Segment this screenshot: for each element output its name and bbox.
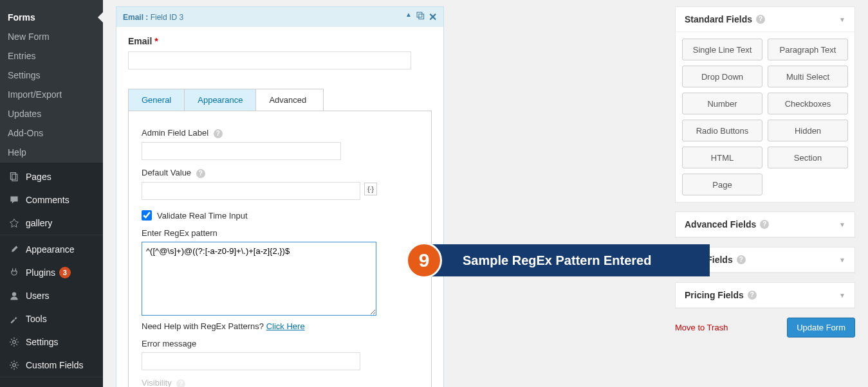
sidebar-item-appearance[interactable]: Appearance xyxy=(0,238,103,261)
wp-logo-bar xyxy=(0,0,103,8)
plug-icon xyxy=(8,266,21,279)
sidebar-item-label: Tools xyxy=(26,314,47,324)
callout-number: 9 xyxy=(406,242,442,278)
help-icon[interactable]: ? xyxy=(756,15,765,24)
chevron-down-icon: ▼ xyxy=(839,256,845,264)
default-value-input[interactable] xyxy=(142,182,360,200)
standard-fields-box: Standard Fields? ▼ Single Line TextParag… xyxy=(675,6,855,203)
svg-point-4 xyxy=(13,364,16,367)
sidebar-item-label: Comments xyxy=(26,195,69,205)
help-icon[interactable]: ? xyxy=(214,129,223,138)
field-preview-label: Email * xyxy=(128,36,432,46)
required-mark: * xyxy=(154,36,158,46)
help-icon[interactable]: ? xyxy=(176,379,185,387)
sidebar: FormsNew FormEntriesSettingsImport/Expor… xyxy=(0,0,103,387)
sidebar-item-updates[interactable]: Updates xyxy=(0,104,103,123)
svg-rect-0 xyxy=(10,173,15,179)
duplicate-icon[interactable] xyxy=(416,11,425,23)
help-icon[interactable]: ? xyxy=(748,291,757,300)
sidebar-item-settings[interactable]: Settings xyxy=(0,330,103,354)
sidebar-item-pages[interactable]: Pages xyxy=(0,165,103,188)
field-btn-page[interactable]: Page xyxy=(682,174,762,195)
regex-textarea[interactable]: ^([^@\s]+)@((?:[-a-z0-9]+\.)+[a-z]{2,})$ xyxy=(142,242,376,316)
chevron-down-icon: ▼ xyxy=(839,292,845,299)
sidebar-item-gallery[interactable]: gallery xyxy=(0,212,103,235)
sidebar-item-label: Plugins xyxy=(26,267,55,278)
callout: 9 Sample RegEx Pattern Entered xyxy=(420,244,710,276)
sidebar-item-new-form[interactable]: New Form xyxy=(0,27,103,46)
field-preview-input[interactable] xyxy=(128,51,411,69)
merge-tag-button[interactable]: {·} xyxy=(364,183,377,195)
collapse-menu[interactable]: Collapse menu xyxy=(0,380,103,387)
svg-rect-7 xyxy=(419,14,424,19)
sidebar-item-tools[interactable]: Tools xyxy=(0,307,103,330)
move-to-trash-link[interactable]: Move to Trash xyxy=(675,323,728,332)
field-btn-drop-down[interactable]: Drop Down xyxy=(682,66,762,87)
validate-checkbox[interactable] xyxy=(142,210,152,221)
error-msg-label: Error message xyxy=(142,339,418,348)
admin-label-input[interactable] xyxy=(142,142,341,160)
panel-title-prefix: Email : xyxy=(123,13,148,22)
chevron-down-icon: ▼ xyxy=(839,16,845,23)
pages-icon xyxy=(8,170,21,183)
brush-icon xyxy=(8,243,21,256)
sidebar-item-label: Users xyxy=(26,291,50,301)
help-icon[interactable]: ? xyxy=(196,169,205,178)
field-btn-hidden[interactable]: Hidden xyxy=(768,120,848,141)
sidebar-item-add-ons[interactable]: Add-Ons xyxy=(0,123,103,143)
sidebar-item-comments[interactable]: Comments xyxy=(0,188,103,212)
comment-icon xyxy=(8,194,21,206)
help-icon[interactable]: ? xyxy=(737,255,746,264)
tab-pane-advanced: Admin Field Label ? Default Value ? {·} … xyxy=(128,111,432,387)
field-btn-single-line-text[interactable]: Single Line Text xyxy=(682,39,762,60)
tab-advanced[interactable]: Advanced xyxy=(256,89,319,111)
update-form-button[interactable]: Update Form xyxy=(787,318,855,338)
box-head-advanced[interactable]: Advanced Fields? ▼ xyxy=(676,212,854,237)
error-msg-input[interactable] xyxy=(142,352,360,370)
regex-label: Enter RegEx pattern xyxy=(142,228,418,238)
field-btn-checkboxes[interactable]: Checkboxes xyxy=(768,93,848,114)
advanced-fields-box: Advanced Fields? ▼ xyxy=(675,212,855,238)
sidebar-item-label: Pages xyxy=(26,172,51,182)
tab-appearance[interactable]: Appearance xyxy=(185,89,256,111)
panel-head: Email : Field ID 3 ▲ ✕ xyxy=(116,7,443,27)
svg-rect-1 xyxy=(12,174,17,181)
svg-rect-6 xyxy=(417,12,422,17)
field-btn-number[interactable]: Number xyxy=(682,93,762,114)
field-btn-paragraph-text[interactable]: Paragraph Text xyxy=(768,39,848,60)
sidebar-item-help[interactable]: Help xyxy=(0,143,103,162)
help-icon[interactable]: ? xyxy=(760,220,769,229)
field-btn-section[interactable]: Section xyxy=(768,147,848,168)
sidebar-item-entries[interactable]: Entries xyxy=(0,46,103,66)
update-badge: 3 xyxy=(59,267,71,278)
sidebar-item-users[interactable]: Users xyxy=(0,284,103,307)
callout-text: Sample RegEx Pattern Entered xyxy=(463,253,651,268)
sidebar-item-custom-fields[interactable]: Custom Fields xyxy=(0,354,103,377)
field-btn-radio-buttons[interactable]: Radio Buttons xyxy=(682,120,762,141)
sidebar-item-label: gallery xyxy=(26,218,52,228)
regex-help-link[interactable]: Click Here xyxy=(266,321,305,331)
sidebar-item-import-export[interactable]: Import/Export xyxy=(0,85,103,104)
field-btn-html[interactable]: HTML xyxy=(682,147,762,168)
wrench-icon xyxy=(8,312,21,325)
pin-icon xyxy=(8,217,21,230)
admin-label-lbl: Admin Field Label ? xyxy=(142,128,418,138)
svg-point-2 xyxy=(12,292,16,296)
sidebar-item-forms[interactable]: Forms xyxy=(0,8,103,27)
box-head-standard[interactable]: Standard Fields? ▼ xyxy=(676,7,854,32)
svg-point-3 xyxy=(13,341,16,344)
collapse-field-icon[interactable]: ▲ xyxy=(405,11,412,23)
panel-title-suffix: Field ID 3 xyxy=(151,13,183,22)
sidebar-item-plugins[interactable]: Plugins3 xyxy=(0,261,103,284)
tab-general[interactable]: General xyxy=(129,89,185,111)
sidebar-item-label: Appearance xyxy=(26,244,75,255)
box-head-pricing[interactable]: Pricing Fields? ▼ xyxy=(676,283,854,308)
delete-icon[interactable]: ✕ xyxy=(429,11,437,23)
sidebar-item-label: Settings xyxy=(26,337,59,347)
regex-help-row: Need Help with RegEx Patterns? Click Her… xyxy=(142,321,418,331)
default-value-lbl: Default Value ? xyxy=(142,168,418,178)
sidebar-item-label: Custom Fields xyxy=(26,360,83,370)
user-icon xyxy=(8,289,21,302)
sidebar-item-settings-gf[interactable]: Settings xyxy=(0,66,103,85)
field-btn-multi-select[interactable]: Multi Select xyxy=(768,66,848,87)
